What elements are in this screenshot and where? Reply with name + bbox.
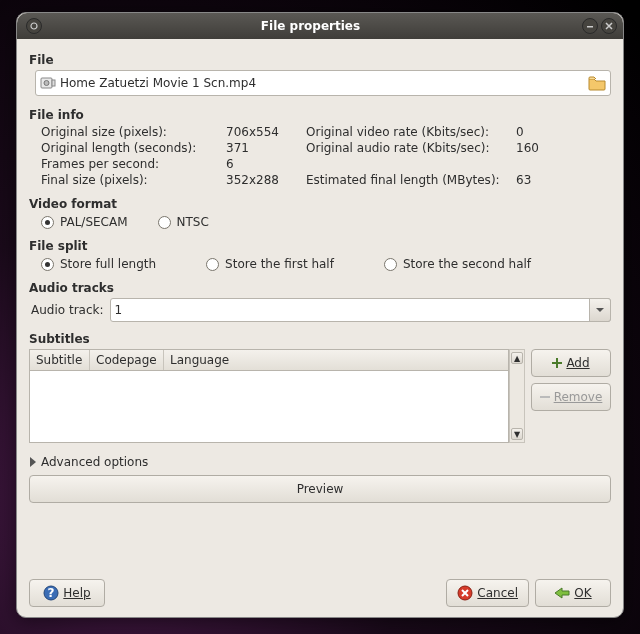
- subtitles-table-body[interactable]: [29, 371, 509, 443]
- audio-track-row: Audio track:: [31, 298, 611, 322]
- radio-pal[interactable]: PAL/SECAM: [41, 215, 128, 229]
- chevron-right-icon: [29, 457, 37, 467]
- radio-full-length[interactable]: Store full length: [41, 257, 156, 271]
- radio-label: NTSC: [177, 215, 209, 229]
- col-codepage[interactable]: Codepage: [90, 350, 164, 370]
- ok-icon: [554, 586, 570, 600]
- radio-label: Store the second half: [403, 257, 531, 271]
- subtitles-table-header: Subtitle Codepage Language: [29, 349, 509, 371]
- info-label: Original audio rate (Kbits/sec):: [306, 141, 516, 155]
- svg-point-3: [44, 81, 49, 86]
- info-value: 0: [516, 125, 556, 139]
- video-format-section-title: Video format: [29, 197, 611, 211]
- svg-point-0: [31, 23, 37, 29]
- subtitles-side-buttons: Add Remove: [531, 349, 611, 443]
- radio-dot-icon: [41, 258, 54, 271]
- titlebar-menu-button[interactable]: [26, 18, 42, 34]
- video-file-icon: [40, 76, 56, 90]
- advanced-label: Advanced options: [41, 455, 148, 469]
- info-label: Original size (pixels):: [41, 125, 226, 139]
- dialog-window: File properties File Home Zatuetzi Movie…: [16, 12, 624, 618]
- radio-ntsc[interactable]: NTSC: [158, 215, 209, 229]
- window-title: File properties: [42, 19, 579, 33]
- cancel-button[interactable]: Cancel: [446, 579, 529, 607]
- radio-dot-icon: [41, 216, 54, 229]
- svg-rect-1: [587, 26, 593, 28]
- video-format-group: PAL/SECAM NTSC: [41, 215, 611, 229]
- col-subtitle[interactable]: Subtitle: [30, 350, 90, 370]
- audio-track-select[interactable]: [110, 298, 611, 322]
- remove-subtitle-button: Remove: [531, 383, 611, 411]
- svg-text:?: ?: [48, 586, 55, 600]
- radio-dot-icon: [158, 216, 171, 229]
- radio-label: PAL/SECAM: [60, 215, 128, 229]
- dialog-content: File Home Zatuetzi Movie 1 Scn.mp4 File …: [17, 39, 623, 569]
- close-button[interactable]: [601, 18, 617, 34]
- file-split-group: Store full length Store the first half S…: [41, 257, 611, 271]
- info-value: [516, 157, 556, 171]
- preview-label: Preview: [297, 482, 344, 496]
- cancel-label: Cancel: [477, 586, 518, 600]
- scroll-up-icon[interactable]: ▲: [511, 352, 523, 364]
- file-path-field[interactable]: Home Zatuetzi Movie 1 Scn.mp4: [35, 70, 611, 96]
- info-label: [306, 157, 516, 171]
- ok-label: OK: [574, 586, 591, 600]
- audio-track-value[interactable]: [110, 298, 611, 322]
- add-label: Add: [566, 356, 589, 370]
- info-value: 352x288: [226, 173, 306, 187]
- radio-dot-icon: [384, 258, 397, 271]
- svg-rect-4: [52, 80, 55, 86]
- radio-label: Store full length: [60, 257, 156, 271]
- advanced-options-expander[interactable]: Advanced options: [29, 455, 611, 469]
- radio-second-half[interactable]: Store the second half: [384, 257, 531, 271]
- info-value: 160: [516, 141, 556, 155]
- add-subtitle-button[interactable]: Add: [531, 349, 611, 377]
- info-value: 63: [516, 173, 556, 187]
- file-info-section-title: File info: [29, 108, 611, 122]
- info-label: Final size (pixels):: [41, 173, 226, 187]
- info-label: Original length (seconds):: [41, 141, 226, 155]
- chevron-down-icon[interactable]: [589, 298, 611, 322]
- preview-button[interactable]: Preview: [29, 475, 611, 503]
- info-value: 706x554: [226, 125, 306, 139]
- titlebar[interactable]: File properties: [17, 13, 623, 39]
- preview-row: Preview: [29, 475, 611, 503]
- radio-label: Store the first half: [225, 257, 334, 271]
- remove-label: Remove: [554, 390, 603, 404]
- minimize-button[interactable]: [582, 18, 598, 34]
- subtitles-section-title: Subtitles: [29, 332, 611, 346]
- subtitles-body: Subtitle Codepage Language ▲ ▼ Add: [29, 349, 611, 443]
- info-value: 371: [226, 141, 306, 155]
- file-path-text: Home Zatuetzi Movie 1 Scn.mp4: [60, 76, 588, 90]
- minus-icon: [540, 392, 550, 402]
- info-value: 6: [226, 157, 306, 171]
- subtitles-scrollbar[interactable]: ▲ ▼: [509, 349, 525, 443]
- audio-track-label: Audio track:: [31, 303, 104, 317]
- help-label: Help: [63, 586, 90, 600]
- file-split-section-title: File split: [29, 239, 611, 253]
- info-label: Original video rate (Kbits/sec):: [306, 125, 516, 139]
- browse-folder-icon[interactable]: [588, 75, 606, 91]
- help-button[interactable]: ? Help: [29, 579, 105, 607]
- file-info-grid: Original size (pixels):706x554Original v…: [41, 125, 611, 187]
- plus-icon: [552, 358, 562, 368]
- file-section-title: File: [29, 53, 611, 67]
- radio-first-half[interactable]: Store the first half: [206, 257, 334, 271]
- radio-dot-icon: [206, 258, 219, 271]
- info-label: Frames per second:: [41, 157, 226, 171]
- ok-button[interactable]: OK: [535, 579, 611, 607]
- cancel-icon: [457, 585, 473, 601]
- dialog-footer: ? Help Cancel OK: [17, 569, 623, 617]
- col-language[interactable]: Language: [164, 350, 508, 370]
- info-label: Estimated final length (MBytes):: [306, 173, 516, 187]
- help-icon: ?: [43, 585, 59, 601]
- audio-section-title: Audio tracks: [29, 281, 611, 295]
- subtitles-table-wrap: Subtitle Codepage Language ▲ ▼: [29, 349, 525, 443]
- scroll-down-icon[interactable]: ▼: [511, 428, 523, 440]
